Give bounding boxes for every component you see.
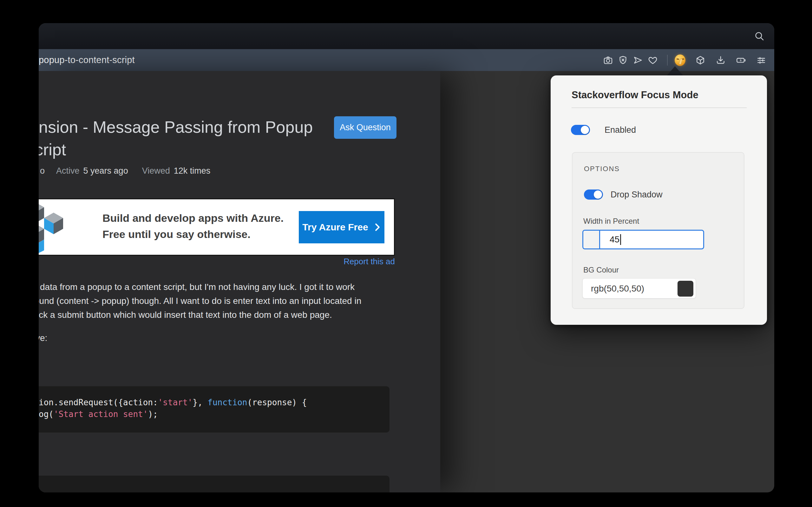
meta-viewed-label: Viewed (142, 166, 170, 176)
toolbar-group-left (603, 55, 658, 66)
search-icon[interactable] (754, 31, 765, 42)
question-title: nsion - Message Passing from Popup cript (39, 116, 313, 161)
code-line-2: og('Start action sent'); (39, 408, 390, 420)
drop-shadow-row: Drop Shadow (584, 189, 663, 200)
battery-charging-icon[interactable] (735, 55, 746, 66)
code-block: ion.sendRequest({action:'start'}, functi… (39, 386, 390, 433)
bg-colour-swatch[interactable] (677, 281, 693, 297)
sliders-icon[interactable] (756, 55, 767, 66)
window-titlebar (39, 23, 774, 49)
bg-colour-input[interactable]: rgb(50,50,50) (582, 278, 696, 298)
ask-question-button[interactable]: Ask Question (334, 116, 397, 139)
width-percent-input[interactable]: 45 (582, 230, 704, 249)
toolbar-separator (667, 55, 668, 66)
toggle-knob (581, 126, 589, 134)
toggle-knob (594, 190, 602, 199)
text-cursor (620, 234, 621, 245)
browser-toolbar: popup-to-content-script (39, 49, 774, 71)
camera-icon[interactable] (603, 55, 613, 66)
options-card: OPTIONS Drop Shadow Width in Percent 45 … (572, 152, 745, 309)
extension-popup: Stackoverflow Focus Mode Enabled OPTIONS… (551, 75, 767, 325)
width-percent-label: Width in Percent (583, 217, 639, 226)
question-meta: o Active 5 years ago Viewed 12k times (40, 166, 210, 176)
chevron-right-icon (374, 223, 381, 231)
enabled-toggle[interactable] (571, 125, 590, 135)
code-line-1: ion.sendRequest({action:'start'}, functi… (39, 397, 390, 408)
azure-ad-banner[interactable]: Build and develop apps with Azure. Free … (39, 199, 395, 256)
code-block-partial (39, 475, 390, 493)
cube-icon[interactable] (695, 55, 706, 66)
download-icon[interactable] (715, 55, 726, 66)
shushing-emoji-icon[interactable] (675, 55, 686, 66)
ad-headline: Build and develop apps with Azure. Free … (102, 210, 284, 242)
meta-active-label: Active (56, 166, 80, 176)
meta-active-value: 5 years ago (84, 166, 128, 176)
question-title-line2: cript (39, 138, 313, 161)
drop-shadow-toggle[interactable] (584, 189, 603, 200)
bg-colour-label: BG Colour (583, 266, 619, 274)
toolbar-group-right (675, 55, 767, 66)
body-line2: ound (content -> popup) though. All I wa… (39, 294, 420, 308)
question-title-line1: nsion - Message Passing from Popup (39, 116, 313, 138)
popup-divider (571, 107, 747, 108)
ad-cta-label: Try Azure Free (302, 222, 368, 233)
heart-icon[interactable] (647, 55, 658, 66)
width-input-spinner[interactable] (583, 231, 600, 248)
width-input-value: 45 (600, 231, 621, 248)
question-body: data from a popup to a content script, b… (40, 280, 420, 322)
bg-colour-value: rgb(50,50,50) (591, 279, 644, 299)
try-azure-free-button[interactable]: Try Azure Free (299, 211, 385, 243)
body-line1: data from a popup to a content script, b… (40, 280, 420, 294)
toolbar-actions (603, 49, 767, 71)
width-value-text: 45 (610, 234, 619, 245)
ad-headline-line2: Free until you say otherwise. (102, 226, 284, 242)
popup-title: Stackoverflow Focus Mode (571, 89, 699, 101)
options-header: OPTIONS (584, 165, 620, 173)
shushing-face (675, 55, 686, 66)
question-content-column: nsion - Message Passing from Popup cript… (39, 71, 440, 493)
enabled-label: Enabled (605, 125, 636, 135)
drop-shadow-label: Drop Shadow (611, 190, 663, 200)
send-icon[interactable] (632, 55, 643, 66)
enabled-row: Enabled (571, 125, 636, 135)
popup-anchor-arrow (666, 66, 684, 76)
report-ad-link[interactable]: Report this ad (344, 257, 395, 267)
body-line4: ve: (39, 333, 47, 343)
address-text[interactable]: popup-to-content-script (39, 49, 135, 71)
screen: popup-to-content-script (0, 0, 812, 507)
shield-x-icon[interactable] (618, 55, 628, 66)
azure-cubes-logo (39, 199, 79, 255)
meta-viewed-value: 12k times (174, 166, 211, 176)
body-line3: ick a submit button which would insert t… (39, 308, 420, 322)
ad-headline-line1: Build and develop apps with Azure. (102, 210, 284, 226)
meta-fragment: o (40, 166, 45, 176)
